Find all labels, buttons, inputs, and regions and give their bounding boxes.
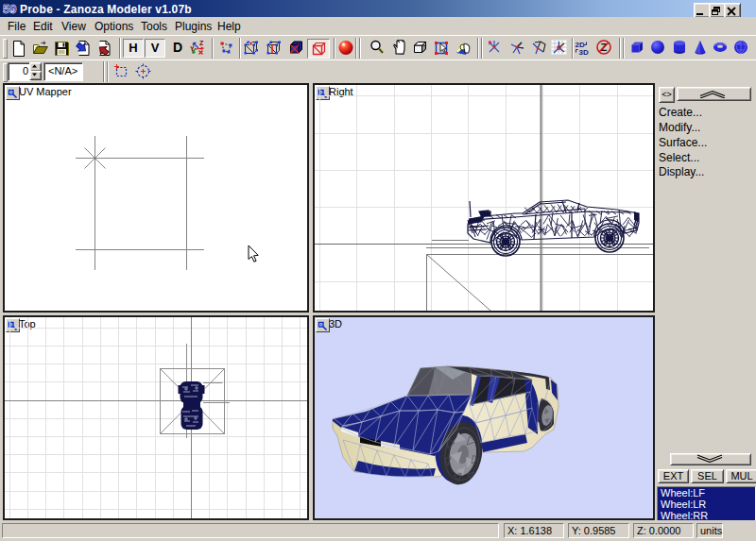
svg-text:3D: 3D: [579, 48, 589, 56]
svg-text:Z: Z: [199, 40, 204, 46]
svg-text:59: 59: [3, 2, 16, 16]
svg-text:Y: Y: [190, 45, 195, 52]
